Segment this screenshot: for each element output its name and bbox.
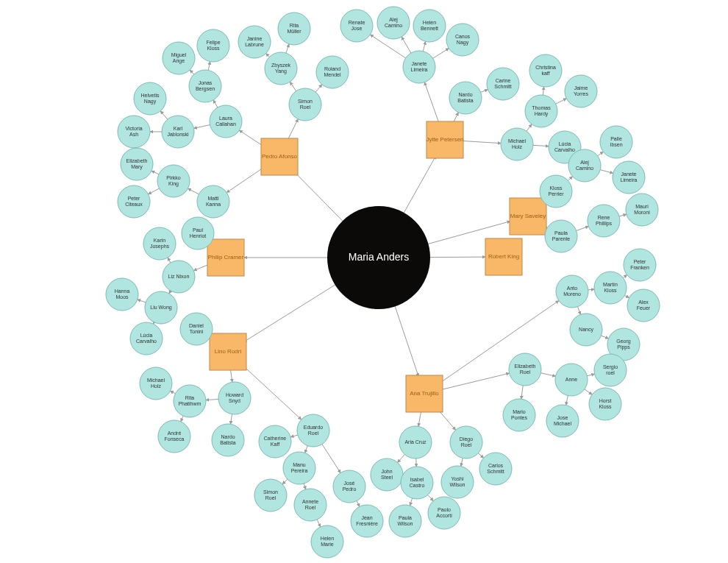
leaf-node[interactable]: HelenMarie [311,525,343,558]
leaf-node[interactable]: SimonRoel [254,479,287,511]
center-node[interactable]: Maria Anders [327,206,430,309]
leaf-node[interactable]: JohnSteel [371,458,403,491]
leaf-node[interactable]: ElizabethMary [121,148,153,180]
leaf-node[interactable]: JonasBergsen [189,70,221,102]
leaf-node[interactable]: RitaMüller [278,13,310,45]
leaf-label: MattiKanna [206,196,221,207]
leaf-label: JoséPedro [343,481,357,492]
leaf-node[interactable]: JeanFresnière [351,505,383,537]
leaf-label: DiegoRoel [460,436,473,447]
leaf-node[interactable]: AntoMoreno [556,275,588,308]
leaf-label: CanosNagy [455,34,471,46]
leaf-label: MarioPontes [511,409,527,420]
leaf-node[interactable]: AnneteRoel [294,489,326,521]
leaf-node[interactable]: Sergioroel [594,354,627,386]
leaf-node[interactable]: Aria Cruz [399,426,432,458]
hub-label: Jytte Petersen [426,136,463,143]
leaf-node[interactable]: RenePhillips [588,205,620,237]
hub-node[interactable]: Pedro Afonso [261,138,298,175]
leaf-node[interactable]: HorstKloss [589,388,621,420]
leaf-node[interactable]: AlejCamino [377,7,410,39]
leaf-node[interactable]: RolandMendel [316,56,349,88]
leaf-node[interactable]: CatherineKaff [259,425,291,458]
leaf-node[interactable]: DanielTonini [180,313,213,345]
hub-label: Pedro Afonso [262,153,298,160]
leaf-node[interactable]: JanineLabrune [238,26,271,58]
leaf-label: JonasBergsen [196,80,215,92]
leaf-node[interactable]: Liu Wong [145,291,177,324]
leaf-label: NardoBatista [220,434,236,445]
leaf-node[interactable]: JaneteLimeira [613,161,645,194]
leaf-node[interactable]: VictoriaAsh [118,116,150,148]
leaf-node[interactable]: RenateJose [340,10,373,42]
leaf-node[interactable]: Nancy [570,314,602,346]
leaf-node[interactable]: CarlosSchmitt [479,453,512,485]
leaf-node[interactable]: PeterCiteaux [118,185,150,218]
leaf-node[interactable]: NardoBatista [212,424,244,456]
leaf-node[interactable]: AlexFeuer [627,289,660,322]
leaf-node[interactable]: MiguelAnge [163,42,195,74]
leaf-node[interactable]: FelipeKloss [197,29,229,62]
leaf-node[interactable]: PalleIbsen [600,126,632,158]
hub-node[interactable]: Lino Rodri [210,333,246,370]
leaf-node[interactable]: ElizabethRoel [509,353,541,386]
leaf-node[interactable]: JoséPedro [333,470,365,503]
leaf-node[interactable]: MattiKanna [197,185,229,218]
leaf-node[interactable]: IsabelCastro [401,467,433,499]
leaf-node[interactable]: PeterFranken [624,249,656,281]
leaf-node[interactable]: JaimeYorres [565,75,597,107]
leaf-label: SimonRoel [298,99,313,110]
leaf-node[interactable]: ManuPereira [283,452,315,484]
leaf-node[interactable]: KlossPerrier [540,175,572,208]
leaf-node[interactable]: MichaelHolz [140,367,172,400]
leaf-label: JaneteLimeira [621,171,638,183]
leaf-node[interactable]: Anne [555,364,588,396]
leaf-node[interactable]: KarinJosephs [143,227,176,260]
leaf-node[interactable]: HowardSnyd [218,382,251,414]
leaf-node[interactable]: NardoBatista [449,82,482,114]
hub-node[interactable]: Ana Trujillo [406,375,443,412]
leaf-node[interactable]: SimonRoel [289,88,321,121]
svg-line-40 [424,301,559,394]
leaf-node[interactable]: JoseMichael [546,405,579,437]
leaf-node[interactable]: Liz Nixon [163,261,195,293]
leaf-label: DanielTonini [189,323,204,334]
leaf-label: JaneteLimeira [411,61,428,72]
leaf-node[interactable]: HelenBennett [413,10,446,42]
leaf-node[interactable]: PaoloAccorti [428,497,460,529]
leaf-node[interactable]: LúciaCarvalho [130,322,163,355]
leaf-node[interactable]: PirkkoKing [157,165,190,197]
leaf-label: KlossPerrier [548,185,564,196]
leaf-node[interactable]: JaneteLimeira [403,51,435,83]
leaf-node[interactable]: ThomasHardy [525,95,557,127]
hub-node[interactable]: Jytte Petersen [426,121,463,158]
leaf-node[interactable]: RitaPhatihwm [174,385,206,417]
leaf-node[interactable]: Christinakaff [529,54,562,87]
leaf-node[interactable]: MichaelHolz [501,128,533,160]
leaf-node[interactable]: LauraCallahan [210,105,242,138]
leaf-node[interactable]: MartínKloss [594,272,627,304]
leaf-label: Aria Cruz [404,439,427,445]
leaf-node[interactable]: HelvetisNagy [134,82,166,115]
leaf-node[interactable]: PaulaWilson [389,505,421,537]
leaf-node[interactable]: CarineSchmitt [487,68,519,100]
network-diagram[interactable]: Maria AndersPedro AfonsoSimonRoelRolandM… [0,0,728,563]
leaf-node[interactable]: AlejCamino [568,149,601,182]
leaf-node[interactable]: PaulaParente [545,220,577,252]
leaf-label: NardoBatista [457,92,474,103]
hub-node[interactable]: Philip Cramer [207,239,244,276]
leaf-node[interactable]: KarlJablonski [162,116,194,148]
leaf-node[interactable]: PaulHenriot [182,217,214,249]
leaf-node[interactable]: CanosNagy [446,24,479,56]
leaf-label: ThomasHardy [532,105,551,117]
leaf-node[interactable]: AndréFonseca [158,420,190,453]
leaf-node[interactable]: YoshiWilson [441,466,474,498]
leaf-node[interactable]: DiegoRoel [450,426,482,458]
leaf-node[interactable]: MarioPontes [503,399,535,431]
leaf-node[interactable]: EduardoRoel [297,414,329,447]
hub-node[interactable]: Robert King [485,238,522,275]
leaf-node[interactable]: MauriMoroni [626,194,658,226]
leaf-node[interactable]: HannaMoos [106,278,138,311]
leaf-node[interactable]: ZbyszekYang [265,52,297,85]
hub-node[interactable]: Mary Saveley [510,198,546,235]
